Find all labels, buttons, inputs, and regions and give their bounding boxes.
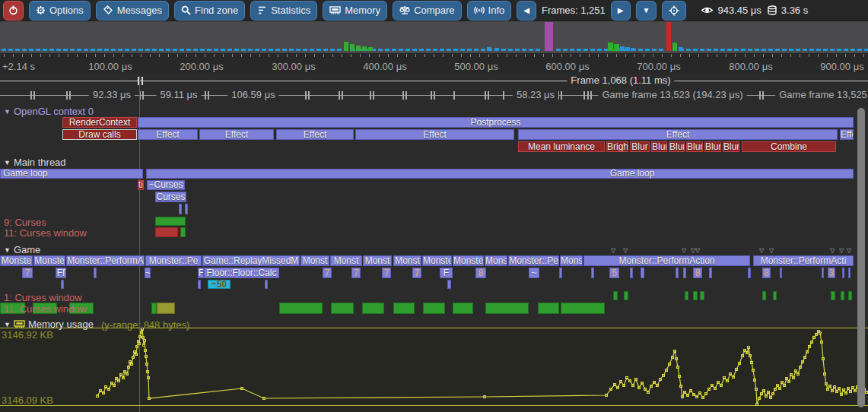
memory-bottom-value: 3146.09 KB bbox=[2, 395, 53, 406]
message-triangle-icon[interactable]: ▽ bbox=[759, 247, 764, 254]
memory-top-value: 3146.92 KB bbox=[2, 329, 53, 341]
tracy-profiler-window: OptionsMessagesFind zoneStatisticsMemory… bbox=[0, 0, 868, 412]
collapse-arrow-icon[interactable]: ▼ bbox=[4, 108, 11, 116]
message-triangle-icon[interactable]: ▽ bbox=[682, 247, 686, 254]
collapse-arrow-icon[interactable]: ▼ bbox=[4, 321, 11, 328]
collapse-arrow-icon[interactable]: ▼ bbox=[4, 246, 11, 254]
section-header-opengl[interactable]: ▼OpenGL context 0 bbox=[4, 106, 94, 117]
message-triangle-icon[interactable]: ▽ bbox=[611, 247, 615, 254]
section-header-main-thread[interactable]: ▼Main thread bbox=[4, 157, 66, 168]
collapse-arrow-icon[interactable]: ▼ bbox=[4, 159, 11, 166]
lock-count-label: 9: Curses bbox=[4, 217, 46, 228]
message-triangle-icon[interactable]: ▽ bbox=[839, 247, 844, 254]
lock-count-label: 1: Curses window bbox=[4, 292, 82, 303]
message-triangle-icon[interactable]: ▽ bbox=[769, 247, 774, 254]
lock-count-label: 11: Curses window bbox=[4, 227, 87, 239]
section-header-game[interactable]: ▼Game bbox=[4, 244, 40, 255]
message-triangle-icon[interactable]: ▽ bbox=[830, 247, 835, 254]
message-triangle-icon[interactable]: ▽ bbox=[695, 247, 700, 254]
memory-usage-graph[interactable] bbox=[0, 0, 868, 412]
message-triangle-icon[interactable]: ▽ bbox=[623, 247, 628, 254]
memory-range-note: (y-range: 848 bytes) bbox=[101, 319, 189, 331]
message-triangle-icon[interactable]: ▽ bbox=[847, 247, 851, 254]
lock-count-label: 11: Curses window bbox=[4, 303, 87, 315]
vertical-scrollbar[interactable] bbox=[857, 108, 865, 407]
